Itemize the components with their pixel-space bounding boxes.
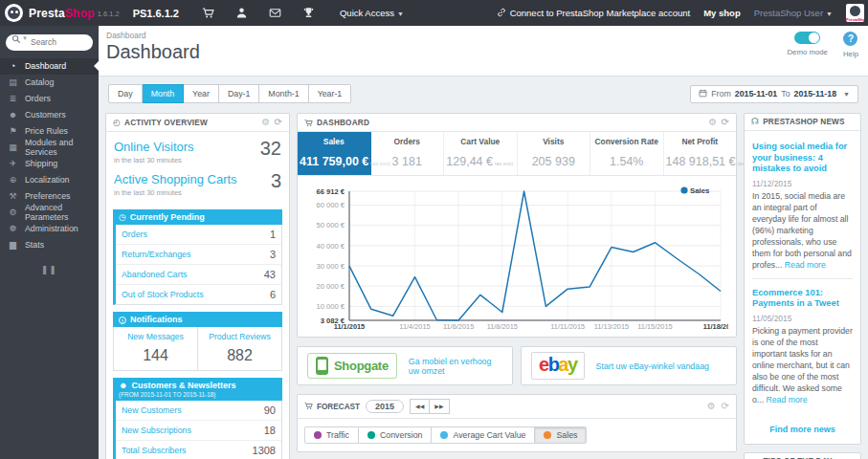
sidebar-item-administration[interactable]: ☸Administration bbox=[0, 221, 99, 237]
kpi-value: 3 bbox=[271, 170, 281, 192]
range-button-month[interactable]: Month bbox=[143, 84, 184, 103]
search-scope-caret-icon[interactable]: ▼ bbox=[22, 35, 28, 41]
read-more-link[interactable]: Read more bbox=[785, 260, 826, 270]
shop-name[interactable]: PS1.6.1.2 bbox=[133, 8, 179, 19]
stat-sales[interactable]: Sales411 759,00 €tax excl. bbox=[298, 132, 371, 175]
sidebar-item-orders[interactable]: ≣Orders bbox=[0, 91, 99, 107]
metric-row-total-subscribers[interactable]: Total Subscribers1308 bbox=[116, 441, 281, 459]
metric-row-new-subscriptions[interactable]: New Subscriptions18 bbox=[116, 421, 281, 441]
help-icon[interactable]: ? bbox=[843, 32, 857, 46]
refresh-icon[interactable]: ⟳ bbox=[274, 118, 282, 127]
article-title[interactable]: Ecommerce 101: Payments in a Tweet bbox=[752, 288, 853, 310]
help-control: ? Help bbox=[843, 32, 858, 58]
svg-text:11/1/2015: 11/1/2015 bbox=[334, 322, 365, 331]
sidebar-item-preferences[interactable]: ⚒Preferences bbox=[0, 188, 99, 205]
gear-icon[interactable]: ⚙ bbox=[707, 402, 716, 411]
shipping-icon: ✈ bbox=[8, 159, 18, 168]
activity-overview-panel: ◴ ACTIVITY OVERVIEW ⚙ ⟳ 32Online Visitor… bbox=[105, 113, 290, 459]
article-title[interactable]: Using social media for your business: 4 … bbox=[752, 142, 853, 175]
sidebar-item-advanced-parameters[interactable]: ⚙Advanced Parameters bbox=[0, 205, 99, 221]
sidebar-item-label: Catalog bbox=[25, 77, 54, 87]
shopgate-link[interactable]: Ga mobiel en verhoog uw omzet bbox=[409, 357, 502, 376]
sidebar-item-price-rules[interactable]: ⚑Price Rules bbox=[0, 123, 99, 140]
stat-cart-value[interactable]: Cart Value129,44 €tax excl. bbox=[444, 132, 518, 175]
quick-access-menu[interactable]: Quick Access▼ bbox=[340, 8, 404, 18]
metric-row-new-customers[interactable]: New Customers90 bbox=[116, 401, 281, 421]
gear-icon[interactable]: ⚙ bbox=[261, 118, 270, 127]
find-more-news-link[interactable]: Find more news bbox=[745, 419, 860, 444]
stat-orders[interactable]: Orders3 181 bbox=[371, 132, 445, 175]
marketplace-link[interactable]: Connect to PrestaShop Marketplace accoun… bbox=[497, 8, 691, 19]
forecast-tab-traffic[interactable]: Traffic bbox=[304, 426, 359, 444]
sidebar-item-dashboard[interactable]: ◔Dashboard bbox=[0, 58, 99, 75]
sidebar-item-stats[interactable]: ▆Stats bbox=[0, 237, 99, 253]
metric-cell-product-reviews[interactable]: Product Reviews882 bbox=[198, 327, 282, 371]
collapse-menu-icon[interactable]: ❚❚ bbox=[0, 265, 99, 274]
forecast-tab-conversion[interactable]: Conversion bbox=[359, 426, 433, 444]
forecast-year[interactable]: 2015 bbox=[366, 400, 404, 413]
refresh-icon[interactable]: ⟳ bbox=[721, 118, 729, 127]
svg-text:11/15/2015: 11/15/2015 bbox=[637, 322, 672, 331]
sidebar-item-shipping[interactable]: ✈Shipping bbox=[0, 156, 99, 172]
range-button-month-1[interactable]: Month-1 bbox=[259, 84, 308, 103]
sidebar-item-label: Price Rules bbox=[25, 126, 68, 136]
refresh-icon[interactable]: ⟳ bbox=[722, 402, 729, 411]
user-menu[interactable]: PrestaShop User▼ bbox=[754, 8, 833, 18]
breadcrumb[interactable]: Dashboard bbox=[106, 31, 868, 40]
shopgate-ad[interactable]: Shopgate Ga mobiel en verhoog uw omzet bbox=[297, 346, 513, 385]
gear-icon[interactable]: ⚙ bbox=[708, 118, 717, 127]
metric-cell-new-messages[interactable]: New Messages144 bbox=[113, 327, 198, 371]
trophy-icon[interactable] bbox=[302, 7, 315, 19]
user-avatar[interactable]: PrestaShop bbox=[846, 4, 864, 22]
stat-conversion-rate[interactable]: Conversion Rate1.54% bbox=[590, 132, 664, 175]
kpi-value: 32 bbox=[260, 138, 281, 160]
activity-panel-title: ACTIVITY OVERVIEW bbox=[124, 119, 208, 127]
cogs-icon: ⚙ bbox=[8, 208, 18, 217]
section-notifications: !NotificationsNew Messages144Product Rev… bbox=[113, 312, 282, 371]
sidebar-item-modules-and-services[interactable]: ▦Modules and Services bbox=[0, 140, 99, 156]
svg-text:60 000 €: 60 000 € bbox=[316, 201, 345, 209]
prestashop-news-panel: ☊ PRESTASHOP NEWS Using social media for… bbox=[744, 113, 861, 445]
metric-row-orders[interactable]: Orders1 bbox=[116, 225, 281, 245]
my-shop-link[interactable]: My shop bbox=[703, 8, 741, 18]
read-more-link[interactable]: Read more bbox=[767, 395, 808, 404]
customers-icon: ☻ bbox=[119, 381, 127, 390]
range-button-day-1[interactable]: Day-1 bbox=[219, 84, 259, 103]
price-tag-icon: ⚑ bbox=[8, 126, 18, 136]
kpi-link[interactable]: Online Visitors bbox=[114, 140, 194, 154]
date-range-picker[interactable]: From 2015-11-01 To 2015-11-18 ▼ bbox=[690, 85, 858, 103]
globe-icon: ⊕ bbox=[8, 175, 18, 185]
forecast-tab-average-cart-value[interactable]: Average Cart Value bbox=[432, 426, 535, 444]
prestashop-logo-icon[interactable] bbox=[5, 4, 23, 22]
stat-visits[interactable]: Visits205 939 bbox=[518, 132, 591, 175]
previous-year-button[interactable]: ◀◀ bbox=[410, 399, 430, 414]
sidebar-item-catalog[interactable]: ▤Catalog bbox=[0, 75, 99, 91]
ebay-letters: ebay bbox=[539, 354, 577, 375]
range-button-day[interactable]: Day bbox=[108, 84, 143, 103]
svg-text:66 912 €: 66 912 € bbox=[316, 187, 345, 196]
forecast-tab-sales[interactable]: Sales bbox=[535, 426, 587, 444]
metric-row-abandoned-carts[interactable]: Abandoned Carts43 bbox=[116, 265, 281, 285]
cart-icon[interactable] bbox=[202, 7, 214, 19]
main-area: Dashboard Dashboard Demo mode ? Help Day… bbox=[99, 26, 868, 459]
range-button-year[interactable]: Year bbox=[184, 84, 219, 103]
sidebar-item-customers[interactable]: ☻Customers bbox=[0, 107, 99, 123]
kpi-link[interactable]: Active Shopping Carts bbox=[114, 172, 237, 186]
metric-row-return-exchanges[interactable]: Return/Exchanges3 bbox=[116, 245, 281, 265]
metric-row-out-of-stock-products[interactable]: Out of Stock Products6 bbox=[116, 285, 281, 304]
envelope-icon[interactable] bbox=[269, 7, 281, 19]
sidebar-item-label: Stats bbox=[25, 240, 44, 250]
brand-logo[interactable]: PrestaShop bbox=[29, 7, 95, 20]
ebay-ad[interactable]: ebay Start uw eBay-winkel vandaag bbox=[521, 346, 737, 385]
stat-net-profit[interactable]: Net Profit148 918,51 €tax excl. bbox=[664, 132, 737, 175]
customer-icon[interactable] bbox=[235, 7, 248, 19]
article-date: 11/05/2015 bbox=[752, 314, 853, 323]
next-year-button[interactable]: ▶▶ bbox=[430, 399, 449, 414]
sidebar-item-label: Dashboard bbox=[25, 61, 66, 71]
range-button-year-1[interactable]: Year-1 bbox=[309, 84, 352, 103]
clock-icon: ◷ bbox=[119, 212, 126, 222]
svg-text:11/8/2015: 11/8/2015 bbox=[487, 322, 518, 331]
sidebar-item-localization[interactable]: ⊕Localization bbox=[0, 172, 99, 188]
demo-mode-toggle[interactable] bbox=[794, 32, 820, 44]
ebay-link[interactable]: Start uw eBay-winkel vandaag bbox=[596, 361, 709, 371]
